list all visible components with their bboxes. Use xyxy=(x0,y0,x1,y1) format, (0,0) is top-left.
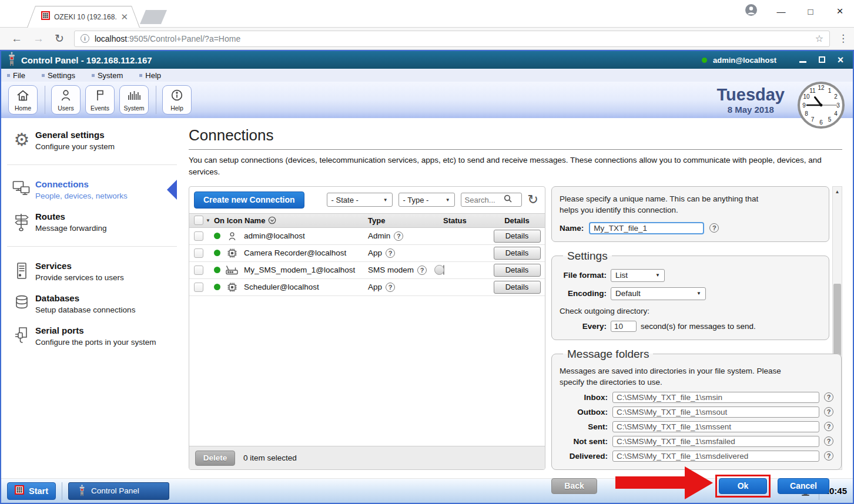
type-filter-select[interactable]: - Type -▼ xyxy=(398,193,455,207)
home-button[interactable]: Home xyxy=(8,85,38,115)
online-dot-icon xyxy=(214,267,220,273)
browser-maximize-icon[interactable]: □ xyxy=(805,6,816,16)
sidebar-item-routes[interactable]: RoutesMessage forwarding xyxy=(1,206,180,238)
name-field[interactable] xyxy=(589,222,704,234)
help-circle-icon[interactable]: ? xyxy=(824,451,833,461)
app-maximize-icon[interactable] xyxy=(815,55,828,65)
row-checkbox[interactable] xyxy=(194,248,203,258)
table-row: My_SMS_modem_1@localhost SMS modem? Deta… xyxy=(189,262,545,279)
create-connection-button[interactable]: Create new Connection xyxy=(194,191,304,209)
browser-tab[interactable]: OZEKI 10 (192.168.112.16 ✕ xyxy=(27,6,140,28)
app-close-icon[interactable]: × xyxy=(834,55,847,65)
browser-menu-icon[interactable]: ⋮ xyxy=(838,32,848,45)
url-path: :9505/Control+Panel/?a=Home xyxy=(127,34,240,43)
inbox-field[interactable] xyxy=(612,392,819,403)
sidebar-item-serial-ports[interactable]: Serial portsConfigure the ports in your … xyxy=(1,320,180,352)
sidebar-item-services[interactable]: ServicesProvide services to users xyxy=(1,255,180,287)
help-circle-icon[interactable]: ? xyxy=(417,266,427,275)
help-circle-icon[interactable]: ? xyxy=(394,231,403,241)
reload-icon[interactable]: ↻ xyxy=(55,33,64,44)
cancel-button[interactable]: Cancel xyxy=(778,478,829,494)
bar-chart-icon xyxy=(126,89,142,103)
help-circle-icon[interactable]: ? xyxy=(386,248,395,258)
serial-plug-icon xyxy=(8,325,35,344)
chevron-down-icon[interactable]: ▼ xyxy=(206,218,210,223)
help-circle-icon[interactable]: ? xyxy=(386,283,395,292)
sidebar-item-databases[interactable]: DatabasesSetup database connections xyxy=(1,287,180,320)
events-button[interactable]: Events xyxy=(85,85,115,115)
ozeki-favicon-icon xyxy=(41,11,50,22)
new-tab-button[interactable] xyxy=(140,10,167,24)
ozeki-robot-icon xyxy=(78,484,86,498)
users-button[interactable]: Users xyxy=(51,85,81,115)
gears-icon: ⚙ xyxy=(8,130,35,149)
ozeki-grid-icon xyxy=(15,485,24,496)
start-button[interactable]: Start xyxy=(7,482,56,500)
app-minimize-icon[interactable] xyxy=(796,55,809,65)
help-circle-icon[interactable]: ? xyxy=(824,392,833,402)
row-checkbox[interactable] xyxy=(194,283,203,292)
delivered-field[interactable] xyxy=(612,451,819,462)
online-dot-icon xyxy=(214,250,220,256)
page-info-icon[interactable]: i xyxy=(81,34,89,43)
menu-system[interactable]: System xyxy=(92,71,123,80)
browser-profile-icon[interactable] xyxy=(745,4,758,19)
logged-in-user: admin@localhost xyxy=(713,56,776,65)
url-host: localhost xyxy=(95,34,127,43)
menu-help[interactable]: Help xyxy=(139,71,161,80)
sort-icon[interactable] xyxy=(268,216,276,224)
menu-settings[interactable]: Settings xyxy=(42,71,75,80)
tab-close-icon[interactable]: ✕ xyxy=(120,12,128,21)
taskbar-task-control-panel[interactable]: Control Panel xyxy=(68,482,169,500)
help-circle-icon[interactable]: ? xyxy=(824,422,833,431)
page-title: Connections xyxy=(189,126,842,150)
back-button[interactable]: Back xyxy=(551,478,597,494)
connection-toggle-on[interactable] xyxy=(443,265,444,275)
row-checkbox[interactable] xyxy=(194,266,203,275)
sent-field[interactable] xyxy=(612,421,819,432)
user-icon xyxy=(223,231,241,241)
svg-text:12: 12 xyxy=(818,85,825,91)
help-circle-icon[interactable]: ? xyxy=(709,223,719,233)
not-sent-field[interactable] xyxy=(612,436,819,447)
menu-bullet-icon xyxy=(139,74,142,77)
help-circle-icon[interactable]: ? xyxy=(824,407,833,416)
browser-chrome: OZEKI 10 (192.168.112.16 ✕ — □ × ← → ↻ i… xyxy=(0,0,854,50)
selected-indicator-icon xyxy=(167,180,177,200)
interval-field[interactable] xyxy=(611,321,637,332)
search-input[interactable] xyxy=(465,196,504,204)
sidebar-item-connections[interactable]: ConnectionsPeople, devices, networks xyxy=(1,173,180,206)
encoding-select[interactable]: Default▼ xyxy=(611,287,706,300)
state-filter-select[interactable]: - State -▼ xyxy=(327,193,393,207)
browser-minimize-icon[interactable]: — xyxy=(775,6,787,16)
delete-button[interactable]: Delete xyxy=(195,451,235,466)
address-bar: ← → ↻ i localhost:9505/Control+Panel/?a=… xyxy=(0,28,854,50)
help-button[interactable]: Help xyxy=(162,85,192,115)
svg-text:10: 10 xyxy=(803,93,810,100)
menu-file[interactable]: File xyxy=(7,71,25,80)
details-button[interactable]: Details xyxy=(494,247,541,260)
bookmark-star-icon[interactable]: ☆ xyxy=(815,33,823,44)
system-button[interactable]: System xyxy=(119,85,149,115)
forward-icon[interactable]: → xyxy=(33,33,44,44)
sidebar-item-general-settings[interactable]: ⚙ General settingsConfigure your system xyxy=(1,124,180,156)
browser-close-icon[interactable]: × xyxy=(834,5,846,18)
settings-section: Settings File format: List▼ Encoding: De… xyxy=(551,250,829,340)
table-row: admin@localhost Admin? Details xyxy=(189,228,545,245)
ok-button[interactable]: Ok xyxy=(719,478,767,494)
every-label: Every: xyxy=(560,322,607,331)
file-format-select[interactable]: List▼ xyxy=(611,269,665,282)
scroll-up-icon[interactable]: ▲ xyxy=(835,187,840,197)
details-button[interactable]: Details xyxy=(494,230,541,243)
help-circle-icon[interactable]: ? xyxy=(824,436,833,446)
menu-bullet-icon xyxy=(42,74,45,77)
row-checkbox[interactable] xyxy=(194,231,203,241)
refresh-icon[interactable]: ↻ xyxy=(528,193,538,206)
details-button[interactable]: Details xyxy=(494,281,541,294)
select-all-checkbox[interactable] xyxy=(194,216,203,225)
back-icon[interactable]: ← xyxy=(11,33,22,44)
details-button[interactable]: Details xyxy=(494,264,541,277)
url-field[interactable]: i localhost:9505/Control+Panel/?a=Home ☆ xyxy=(74,31,830,47)
outbox-field[interactable] xyxy=(612,406,819,418)
svg-text:8: 8 xyxy=(805,110,808,117)
